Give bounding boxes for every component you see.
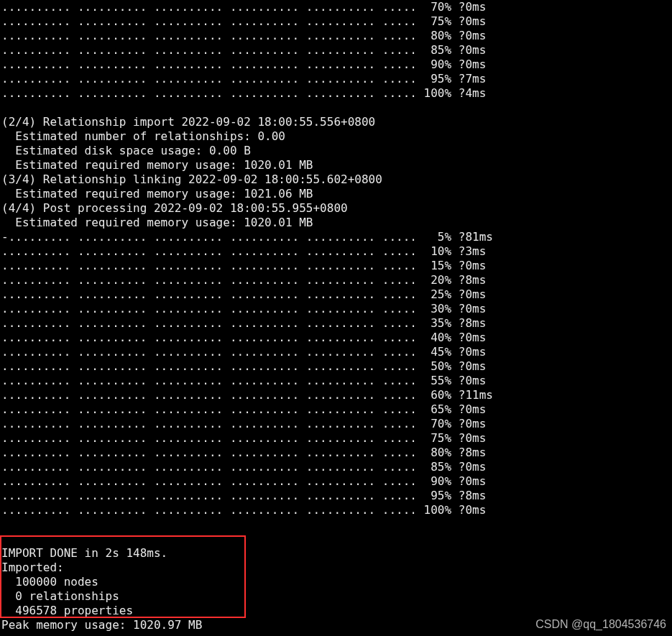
watermark: CSDN @qq_1804536746 [535, 617, 666, 632]
terminal-output: .......... .......... .......... .......… [0, 0, 672, 632]
